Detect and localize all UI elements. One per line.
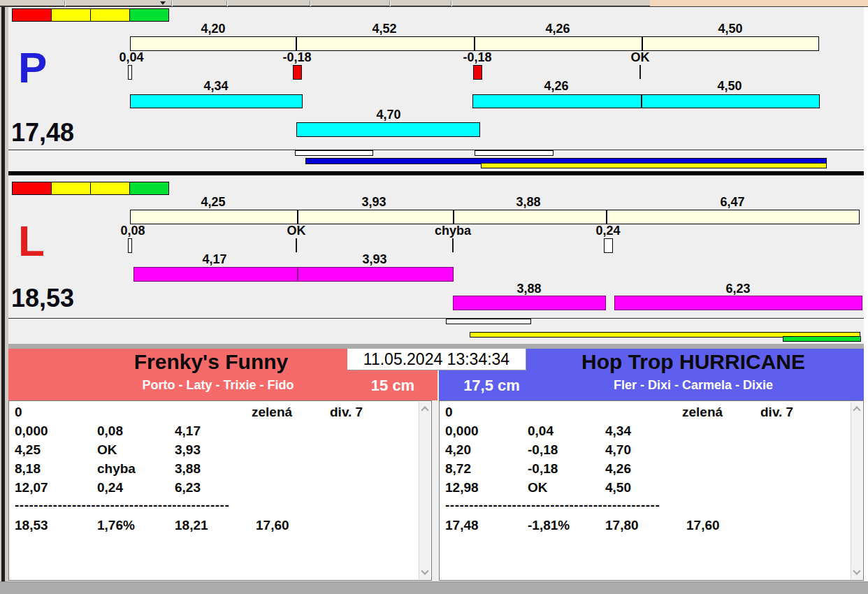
results-row: 0,000 0,04 4,34 xyxy=(440,423,849,442)
run-label: 4,34 xyxy=(203,80,228,93)
rerun-label: 4,70 xyxy=(376,108,400,122)
results-row: 0,000 0,08 4,17 xyxy=(9,423,417,442)
split-scale-bar xyxy=(130,210,860,224)
cell-change: OK xyxy=(97,442,117,458)
results-dash-separator: ----------------------------------------… xyxy=(440,498,849,516)
light-red xyxy=(12,182,52,195)
cell-time: 4,34 xyxy=(605,423,631,439)
cell-change: chyba xyxy=(97,461,136,477)
split-label: 4,50 xyxy=(718,22,742,36)
light-green xyxy=(129,8,169,22)
split-label: 3,88 xyxy=(516,196,540,209)
ok-change-marker xyxy=(296,238,297,252)
run-bar-dog3-dog4 xyxy=(472,94,820,108)
flyball-timing-display: P 17,48 4,20 4,52 4,26 4,50 0,04 -0,18 -… xyxy=(0,0,868,594)
results-dash-separator: ----------------------------------------… xyxy=(9,498,417,516)
light-yellow-2 xyxy=(90,182,130,195)
change-label: chyba xyxy=(435,224,471,238)
scroll-down-icon[interactable] xyxy=(421,567,428,574)
run-bar-dog1-dog2 xyxy=(133,267,454,282)
run-label: 3,93 xyxy=(362,253,386,266)
cell-time: 4,17 xyxy=(175,423,201,439)
window-bottom-bar xyxy=(0,581,868,594)
lane-l-baseline xyxy=(8,318,864,319)
ok-change-marker xyxy=(639,65,641,79)
scrollbar[interactable] xyxy=(419,402,431,579)
scroll-down-icon[interactable] xyxy=(853,567,860,574)
lane-p-total-time: 17,48 xyxy=(11,118,74,147)
team-right-name: Hop Trop HURRICANE xyxy=(523,350,864,374)
cell-time: 3,88 xyxy=(175,461,201,477)
lane-p-letter: P xyxy=(18,48,47,87)
run-bar-dog1 xyxy=(130,94,303,108)
scrollbar[interactable] xyxy=(851,402,862,579)
team-right-jump-height: 17,5 cm xyxy=(451,377,532,395)
results-textarea-left[interactable]: 0 zelená div. 7 0,000 0,08 4,17 4,25 OK … xyxy=(8,400,432,581)
change-label: 0,08 xyxy=(120,224,145,238)
cell-record-time: 17,60 xyxy=(256,518,289,533)
scroll-up-icon[interactable] xyxy=(421,406,428,414)
results-row: 4,25 OK 3,93 xyxy=(9,442,417,461)
window-top-toolbar-sliver xyxy=(0,0,868,7)
rerun-label: 3,88 xyxy=(516,282,541,296)
cell-split: 8,18 xyxy=(15,461,41,477)
rerun-label: 6,23 xyxy=(725,282,750,296)
results-row: 12,98 OK 4,50 xyxy=(440,480,849,498)
cell-time: 3,93 xyxy=(175,442,201,458)
early-change-marker xyxy=(473,65,482,80)
run-bar-dog3 xyxy=(453,296,606,310)
light-yellow-1 xyxy=(51,182,91,195)
toolbar-divider xyxy=(226,1,228,6)
cell-reference-time: 17,80 xyxy=(605,518,639,533)
cell-split: 12,98 xyxy=(445,480,479,495)
results-totals-row: 18,53 1,76% 18,21 17,60 xyxy=(9,518,417,536)
change-label: -0,18 xyxy=(463,51,491,64)
change-label: 0,04 xyxy=(119,51,143,64)
run-label: 4,17 xyxy=(202,253,226,266)
light-red xyxy=(12,8,52,22)
lane-l-panel: L 18,53 4,25 3,93 3,88 6,47 0,08 OK chyb… xyxy=(8,175,864,344)
split-label: 3,93 xyxy=(361,196,386,209)
cell-light: zelená xyxy=(252,405,292,420)
progress-yellow-bar xyxy=(481,163,827,168)
cell-percent-diff: 1,76% xyxy=(97,518,135,533)
lane-l-letter: L xyxy=(18,222,45,261)
cell-light: zelená xyxy=(682,405,723,420)
team-right-dogs: Fler - Dixi - Carmela - Dixie xyxy=(523,378,864,393)
cell-change: 0,24 xyxy=(97,480,123,495)
team-left-jump-height: 15 cm xyxy=(358,377,428,395)
results-row: 8,72 -0,18 4,26 xyxy=(440,461,849,479)
start-marker xyxy=(128,65,132,80)
cell-split: 4,25 xyxy=(15,442,41,458)
cell-division: div. 7 xyxy=(330,405,363,420)
progress-white-bar xyxy=(295,150,373,156)
scroll-up-icon[interactable] xyxy=(853,406,860,414)
change-label: 0,24 xyxy=(595,224,620,238)
early-change-marker xyxy=(293,65,302,80)
cell-split: 0,000 xyxy=(15,423,48,439)
toolbar-divider xyxy=(171,1,173,6)
results-textarea-right[interactable]: 0 zelená div. 7 0,000 0,04 4,34 4,20 -0,… xyxy=(439,400,864,581)
footer-separator xyxy=(8,344,864,349)
start-lights-p xyxy=(12,8,168,22)
lane-l-total-time: 18,53 xyxy=(11,284,74,313)
results-totals-row: 17,48 -1,81% 17,80 17,60 xyxy=(440,518,849,536)
window-left-border xyxy=(0,7,8,581)
start-lights-l xyxy=(12,182,168,195)
toolbar-peach-area xyxy=(650,0,868,6)
run-bar-dog4 xyxy=(614,296,862,310)
cell-change: OK xyxy=(528,480,548,495)
cell-change: -0,18 xyxy=(528,461,558,477)
cell-split: 0,000 xyxy=(445,423,479,439)
cell-total-time: 18,53 xyxy=(15,518,48,533)
results-row: 8,18 chyba 3,88 xyxy=(9,461,417,479)
lane-p-baseline xyxy=(8,150,864,150)
rerun-bar-dog2 xyxy=(296,122,480,137)
cell-split: 4,20 xyxy=(445,442,471,458)
progress-green-bar xyxy=(783,336,861,342)
results-head-row: 0 zelená div. 7 xyxy=(9,405,417,423)
window-right-border xyxy=(864,7,868,581)
run-label: 4,50 xyxy=(717,80,742,93)
dropdown-arrow-icon xyxy=(160,1,166,5)
cell-time: 4,70 xyxy=(605,442,631,458)
